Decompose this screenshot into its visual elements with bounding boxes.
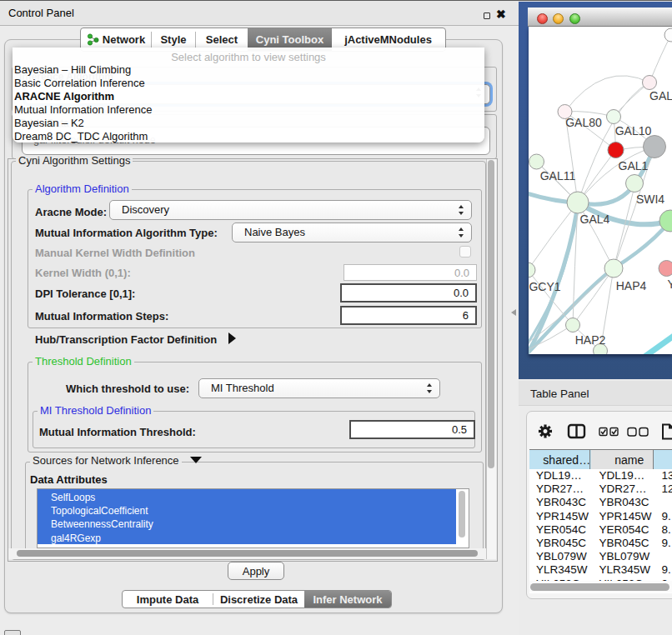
svg-text:GCY1: GCY1 — [529, 279, 560, 292]
svg-text:GAL7: GAL7 — [649, 89, 672, 102]
svg-text:GAL80: GAL80 — [565, 116, 602, 129]
svg-text:YER: YER — [667, 277, 672, 290]
svg-text:GAL11: GAL11 — [539, 169, 575, 182]
svg-text:SWI4: SWI4 — [635, 192, 664, 205]
svg-text:GAL1: GAL1 — [618, 158, 648, 172]
svg-text:HAP4: HAP4 — [615, 278, 646, 292]
svg-text:GAL10: GAL10 — [614, 123, 651, 137]
svg-text:GAL4: GAL4 — [579, 212, 609, 225]
svg-text:HAP2: HAP2 — [574, 332, 605, 346]
